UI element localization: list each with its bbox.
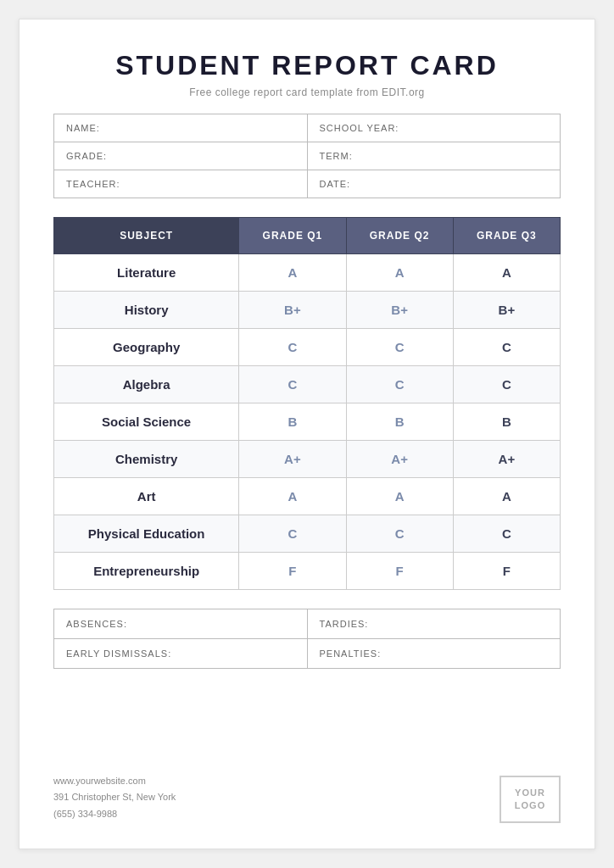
- logo-placeholder: YOURLOGO: [500, 776, 561, 823]
- grade-label: GRADE:: [54, 142, 308, 170]
- page-title: STUDENT REPORT CARD: [53, 50, 561, 81]
- grade-q2-cell: F: [346, 553, 453, 590]
- attendance-row-2: EARLY DISMISSALS: PENALTIES:: [54, 639, 561, 669]
- subject-cell: Chemistry: [54, 441, 239, 478]
- grade-q2-cell: C: [346, 515, 453, 553]
- grade-q2-cell: B: [346, 403, 453, 441]
- grade-q1-cell: B: [239, 403, 346, 441]
- table-row: Social ScienceBBB: [54, 403, 561, 441]
- table-row: AlgebraCCC: [54, 366, 561, 403]
- grade-q3-cell: C: [453, 366, 560, 403]
- absences-label: ABSENCES:: [54, 609, 308, 639]
- subject-cell: Algebra: [54, 366, 239, 403]
- footer: www.yourwebsite.com 391 Christopher St, …: [53, 765, 561, 823]
- attendance-row-1: ABSENCES: TARDIES:: [54, 609, 561, 639]
- grade-q1-cell: F: [239, 553, 346, 590]
- grade-q1-cell: B+: [239, 292, 346, 329]
- table-row: ArtAAA: [54, 478, 561, 515]
- grade-q1-cell: C: [239, 515, 346, 553]
- grades-table: SUBJECT GRADE Q1 GRADE Q2 GRADE Q3 Liter…: [53, 217, 561, 590]
- date-label: DATE:: [307, 170, 561, 198]
- info-row-1: NAME: SCHOOL YEAR:: [54, 114, 561, 142]
- subject-cell: Geography: [54, 329, 239, 366]
- grade-q3-header: GRADE Q3: [453, 218, 560, 254]
- grade-q1-cell: A: [239, 478, 346, 515]
- header: STUDENT REPORT CARD Free college report …: [53, 50, 561, 98]
- info-row-3: TEACHER: DATE:: [54, 170, 561, 198]
- grade-q2-cell: C: [346, 366, 453, 403]
- table-row: GeographyCCC: [54, 329, 561, 366]
- subject-cell: Social Science: [54, 403, 239, 441]
- attendance-table: ABSENCES: TARDIES: EARLY DISMISSALS: PEN…: [53, 609, 561, 669]
- table-row: ChemistryA+A+A+: [54, 441, 561, 478]
- grade-q3-cell: A: [453, 478, 560, 515]
- grade-q3-cell: A+: [453, 441, 560, 478]
- grade-q2-cell: A+: [346, 441, 453, 478]
- address: 391 Christopher St, New York: [53, 789, 176, 806]
- table-row: HistoryB+B+B+: [54, 292, 561, 329]
- phone: (655) 334-9988: [53, 806, 176, 823]
- grade-q3-cell: F: [453, 553, 560, 590]
- subject-cell: Entrepreneurship: [54, 553, 239, 590]
- table-row: Physical EducationCCC: [54, 515, 561, 553]
- grade-q3-cell: C: [453, 329, 560, 366]
- grade-q1-cell: A: [239, 254, 346, 292]
- grade-q3-cell: C: [453, 515, 560, 553]
- term-label: TERM:: [307, 142, 561, 170]
- subtitle: Free college report card template from E…: [53, 86, 561, 98]
- grade-q2-cell: C: [346, 329, 453, 366]
- info-table: NAME: SCHOOL YEAR: GRADE: TERM: TEACHER:…: [53, 114, 561, 198]
- penalties-label: PENALTIES:: [307, 639, 561, 669]
- table-row: LiteratureAAA: [54, 254, 561, 292]
- info-row-2: GRADE: TERM:: [54, 142, 561, 170]
- grade-q1-header: GRADE Q1: [239, 218, 346, 254]
- tardies-label: TARDIES:: [307, 609, 561, 639]
- grade-q3-cell: B+: [453, 292, 560, 329]
- subject-cell: Physical Education: [54, 515, 239, 553]
- subject-column-header: SUBJECT: [54, 218, 239, 254]
- website: www.yourwebsite.com: [53, 773, 176, 790]
- page: STUDENT REPORT CARD Free college report …: [19, 19, 595, 849]
- grade-q2-cell: B+: [346, 292, 453, 329]
- grade-q3-cell: B: [453, 403, 560, 441]
- name-label: NAME:: [54, 114, 308, 142]
- grade-q3-cell: A: [453, 254, 560, 292]
- grade-q1-cell: C: [239, 329, 346, 366]
- grade-q1-cell: A+: [239, 441, 346, 478]
- subject-cell: Art: [54, 478, 239, 515]
- grade-q2-header: GRADE Q2: [346, 218, 453, 254]
- subject-cell: Literature: [54, 254, 239, 292]
- footer-contact: www.yourwebsite.com 391 Christopher St, …: [53, 773, 176, 823]
- grade-q1-cell: C: [239, 366, 346, 403]
- grades-header-row: SUBJECT GRADE Q1 GRADE Q2 GRADE Q3: [54, 218, 561, 254]
- grade-q2-cell: A: [346, 254, 453, 292]
- grade-q2-cell: A: [346, 478, 453, 515]
- table-row: EntrepreneurshipFFF: [54, 553, 561, 590]
- school-year-label: SCHOOL YEAR:: [307, 114, 561, 142]
- early-dismissals-label: EARLY DISMISSALS:: [54, 639, 308, 669]
- teacher-label: TEACHER:: [54, 170, 308, 198]
- subject-cell: History: [54, 292, 239, 329]
